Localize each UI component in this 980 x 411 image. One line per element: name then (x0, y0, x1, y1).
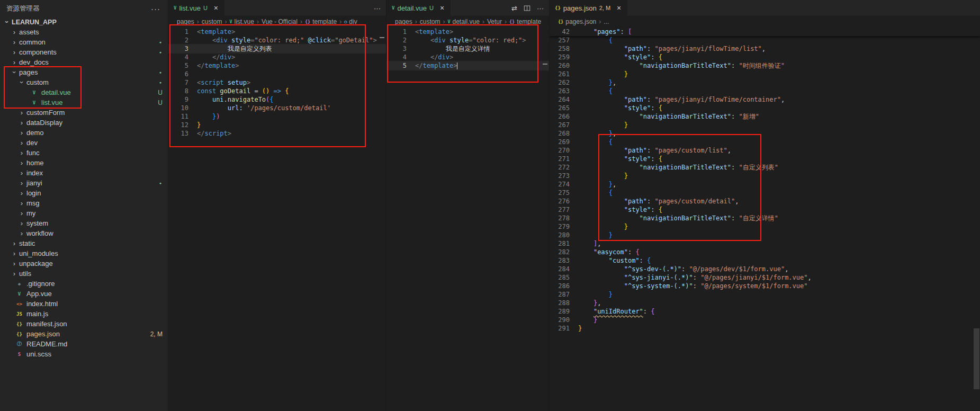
tree-item-.gitignore[interactable]: ◆.gitignore (0, 279, 168, 289)
code-line-3[interactable]: 3 我是自定义详情 (386, 44, 549, 53)
code-line-5[interactable]: 5</template> (386, 61, 549, 70)
tree-item-dev[interactable]: ›dev (0, 138, 168, 148)
code-line-287[interactable]: 287 } (550, 290, 980, 299)
code-line-6[interactable]: 6 (168, 70, 386, 78)
code-line-279[interactable]: 279 } (550, 222, 980, 231)
breadcrumb-item[interactable]: pages (395, 18, 412, 25)
code-line-262[interactable]: 262 }, (550, 78, 980, 87)
code-line-288[interactable]: 288 }, (550, 299, 980, 307)
tree-item-dataDisplay[interactable]: ›dataDisplay (0, 118, 168, 128)
tree-item-msg[interactable]: ›msg (0, 198, 168, 208)
tree-item-jianyi[interactable]: ›jianyi● (0, 178, 168, 188)
code-line-270[interactable]: 270 "path": "pages/custom/list", (550, 146, 980, 155)
tree-item-LEARUN_APP[interactable]: ›LEARUN_APP (0, 17, 168, 27)
tree-item-system[interactable]: ›system (0, 218, 168, 228)
code-editor[interactable]: 1<template>2 <div style="color: red;" @c… (168, 28, 386, 411)
code-line-266[interactable]: 266 "navigationBarTitleText": "新增" (550, 112, 980, 121)
tab-list-vue[interactable]: V list.vue U × (168, 0, 225, 16)
breadcrumb-item[interactable]: pages (177, 18, 194, 25)
tree-item-index[interactable]: ›index (0, 168, 168, 178)
tree-item-custom[interactable]: ›custom● (0, 77, 168, 87)
code-line-259[interactable]: 259 "style": { (550, 53, 980, 61)
tab-detail-vue[interactable]: V detail.vue U × (386, 0, 451, 16)
tree-item-home[interactable]: ›home (0, 158, 168, 168)
code-line-290[interactable]: 290 } (550, 316, 980, 324)
code-line-267[interactable]: 267 } (550, 121, 980, 129)
tree-item-App.vue[interactable]: VApp.vue (0, 289, 168, 299)
tree-item-unpackage[interactable]: ›unpackage (0, 258, 168, 269)
code-line-13[interactable]: 13</script> (168, 129, 386, 138)
code-editor[interactable]: 42 "pages": [257 {258 "path": "pages/jia… (550, 28, 980, 411)
tree-item-static[interactable]: ›static (0, 238, 168, 248)
code-line-264[interactable]: 264 "path": "pages/jianyi/flowTime/conta… (550, 95, 980, 104)
code-line-1[interactable]: 1<template> (386, 28, 549, 36)
code-line-278[interactable]: 278 "navigationBarTitleText": "自定义详情" (550, 214, 980, 222)
breadcrumb-item[interactable]: ○div (344, 18, 357, 25)
code-line-272[interactable]: 272 "navigationBarTitleText": "自定义列表" (550, 163, 980, 172)
code-line-12[interactable]: 12} (168, 121, 386, 129)
code-line-274[interactable]: 274 }, (550, 180, 980, 189)
code-line-260[interactable]: 260 "navigationBarTitleText": "时间组件验证" (550, 61, 980, 70)
open-changes-icon[interactable]: ⇄ (511, 5, 517, 12)
code-line-269[interactable]: 269 { (550, 138, 980, 146)
code-line-3[interactable]: 3 我是自定义列表 (168, 44, 386, 53)
code-editor[interactable]: 1<template>2 <div style="color: red;">3 … (386, 28, 549, 411)
breadcrumb-item[interactable]: ... (604, 18, 609, 25)
tree-item-manifest.json[interactable]: {}manifest.json (0, 319, 168, 329)
code-line-4[interactable]: 4 </div> (386, 53, 549, 61)
code-line-268[interactable]: 268 }, (550, 129, 980, 138)
code-line-263[interactable]: 263 { (550, 87, 980, 95)
vertical-scrollbar[interactable] (974, 328, 979, 389)
close-tab-icon[interactable]: × (438, 4, 446, 12)
breadcrumb-item[interactable]: Vlist.vue (229, 18, 254, 25)
tree-item-list.vue[interactable]: Vlist.vueU (0, 97, 168, 108)
code-line-283[interactable]: 283 "custom": { (550, 256, 980, 265)
code-line-276[interactable]: 276 "path": "pages/custom/detail", (550, 197, 980, 206)
close-tab-icon[interactable]: × (212, 4, 220, 12)
tree-item-workflow[interactable]: ›workflow (0, 228, 168, 238)
tree-item-demo[interactable]: ›demo (0, 128, 168, 138)
breadcrumb-item[interactable]: {}template (305, 18, 337, 25)
tree-item-detail.vue[interactable]: Vdetail.vueU (0, 87, 168, 97)
breadcrumb-item[interactable]: Vue - Official (262, 18, 298, 25)
code-line-280[interactable]: 280 } (550, 231, 980, 239)
split-editor-icon[interactable] (524, 5, 531, 12)
code-line-8[interactable]: 8const goDetail = () => { (168, 87, 386, 95)
code-line-291[interactable]: 291} (550, 324, 980, 333)
tree-item-pages[interactable]: ›pages● (0, 67, 168, 77)
tree-item-main.js[interactable]: JSmain.js (0, 309, 168, 319)
sticky-code-line-42[interactable]: 42 "pages": [ (550, 28, 980, 36)
breadcrumb-item[interactable]: custom (202, 18, 222, 25)
tree-item-dev_docs[interactable]: ›dev_docs (0, 57, 168, 67)
code-line-11[interactable]: 11 }) (168, 112, 386, 121)
code-line-5[interactable]: 5</template> (168, 61, 386, 70)
tree-item-my[interactable]: ›my (0, 208, 168, 218)
breadcrumb-item[interactable]: Vetur (487, 18, 502, 25)
more-actions-icon[interactable]: ··· (537, 5, 544, 12)
code-line-1[interactable]: 1<template> (168, 28, 386, 36)
code-line-284[interactable]: 284 "^sys-dev-(.*)": "@/pages/dev/$1/for… (550, 265, 980, 273)
code-line-10[interactable]: 10 url: '/pages/custom/detail' (168, 104, 386, 112)
code-line-261[interactable]: 261 } (550, 70, 980, 78)
more-actions-icon[interactable]: ··· (374, 5, 381, 12)
code-line-4[interactable]: 4 </div> (168, 53, 386, 61)
tree-item-login[interactable]: ›login (0, 188, 168, 198)
code-line-265[interactable]: 265 "style": { (550, 104, 980, 112)
tree-item-components[interactable]: ›components● (0, 47, 168, 57)
tab-pages-json[interactable]: {} pages.json 2, M × (550, 0, 628, 16)
tree-item-uni.scss[interactable]: Suni.scss (0, 349, 168, 359)
tree-item-customForm[interactable]: ›customForm (0, 108, 168, 118)
tree-item-assets[interactable]: ›assets (0, 27, 168, 37)
code-line-271[interactable]: 271 "style": { (550, 155, 980, 163)
tree-item-uni_modules[interactable]: ›uni_modules (0, 248, 168, 258)
tree-item-func[interactable]: ›func (0, 148, 168, 158)
code-line-285[interactable]: 285 "^sys-jianyi-(.*)": "@/pages/jianyi/… (550, 273, 980, 282)
code-line-258[interactable]: 258 "path": "pages/jianyi/flowTime/list"… (550, 44, 980, 53)
code-line-281[interactable]: 281 ], (550, 239, 980, 248)
breadcrumb-item[interactable]: Vdetail.vue (447, 18, 480, 25)
close-tab-icon[interactable]: × (615, 4, 623, 12)
code-line-2[interactable]: 2 <div style="color: red;"> (386, 36, 549, 44)
code-line-2[interactable]: 2 <div style="color: red;" @click="goDet… (168, 36, 386, 44)
breadcrumb-item[interactable]: {}template (509, 18, 541, 25)
breadcrumb-item[interactable]: {}pages.json (558, 18, 596, 25)
